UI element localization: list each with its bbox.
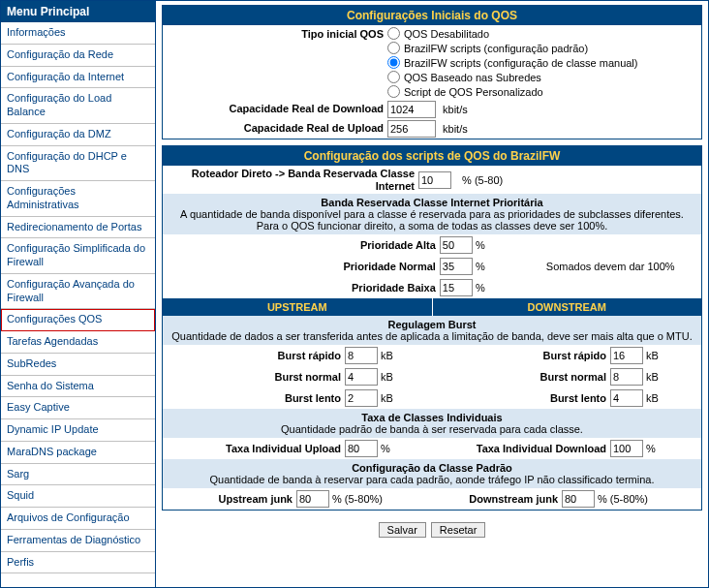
kb: kB [381, 350, 393, 361]
pri-normal-label: Prioridade Normal [167, 261, 440, 272]
up-junk-suffix: % (5-80%) [332, 493, 383, 505]
qos-type-option-label: BrazilFW scripts (configuração de classe… [404, 57, 637, 69]
burst-normal-down-label: Burst normal [432, 371, 610, 383]
qos-type-option-label: BrazilFW scripts (configuração padrão) [404, 43, 588, 54]
default-section: Configuração da Classe Padrão Quantidade… [163, 459, 701, 488]
default-title: Configuração da Classe Padrão [352, 462, 512, 474]
burst-desc: Quantidade de dados a ser transferida an… [169, 330, 695, 342]
sidebar-item[interactable]: Redirecionamento de Portas [1, 217, 155, 239]
qos-type-radio[interactable] [387, 42, 400, 54]
burst-normal-up-label: Burst normal [167, 371, 345, 383]
indiv-up-label: Taxa Individual Upload [167, 443, 345, 454]
download-input[interactable] [387, 101, 436, 118]
sidebar-item[interactable]: Configuração do DHCP e DNS [1, 146, 155, 182]
panel-initial-qos: Configurações Iniciais do QOS Tipo inici… [162, 5, 702, 139]
burst-title: Regulagem Burst [387, 319, 476, 330]
down-junk-suffix: % (5-80%) [598, 493, 648, 505]
reserved-desc: A quantidade de banda disponível para a … [169, 208, 695, 232]
sidebar-item[interactable]: Configuração da Internet [1, 67, 155, 89]
down-junk-label: Downstream junk [432, 493, 562, 505]
sidebar-item[interactable]: Configuração da DMZ [1, 124, 155, 146]
qos-type-option-label: QOS Baseado nas Subredes [404, 72, 541, 83]
pct: % [476, 261, 485, 272]
pri-low-input[interactable] [440, 279, 473, 296]
pri-low-label: Prioridade Baixa [167, 282, 440, 294]
kb: kB [646, 350, 659, 361]
stream-header: UPSTREAM DOWNSTREAM [163, 298, 701, 316]
panel-initial-qos-title: Configurações Iniciais do QOS [163, 6, 701, 25]
burst-fast-down-label: Burst rápido [432, 350, 610, 361]
qos-type-radio[interactable] [387, 56, 400, 69]
sidebar-item[interactable]: Configurações QOS [1, 309, 155, 331]
sidebar: Menu Principal InformaçõesConfiguração d… [1, 1, 156, 587]
sidebar-item[interactable]: Configurações Administrativas [1, 181, 155, 217]
sum-note: Somados devem dar 100% [527, 261, 697, 272]
qos-type-option-label: Script de QOS Personalizado [404, 86, 543, 98]
burst-slow-down-label: Burst lento [432, 392, 610, 404]
pri-high-input[interactable] [440, 236, 473, 254]
sidebar-item[interactable]: Sarg [1, 464, 155, 486]
down-junk-input[interactable] [562, 490, 595, 508]
reset-button[interactable]: Resetar [431, 522, 486, 538]
qos-type-radio[interactable] [387, 27, 400, 40]
burst-normal-up-input[interactable] [345, 368, 378, 386]
burst-slow-down-input[interactable] [610, 389, 643, 407]
pct: % [476, 239, 485, 251]
reserved-title: Banda Reservada Classe Internet Prioritá… [321, 197, 542, 208]
sidebar-item[interactable]: Senha do Sistema [1, 376, 155, 398]
downstream-header: DOWNSTREAM [433, 298, 702, 316]
router-reserve-input[interactable] [418, 171, 451, 189]
sidebar-item[interactable]: Configuração Avançada do Firewall [1, 274, 155, 310]
router-reserve-label: Roteador Direto -> Banda Reservada Class… [167, 168, 418, 192]
sidebar-item[interactable]: Ferramentas de Diagnóstico [1, 530, 155, 552]
upload-unit: kbit/s [443, 123, 468, 135]
download-unit: kbit/s [443, 104, 468, 115]
up-junk-label: Upstream junk [167, 493, 296, 505]
burst-slow-up-input[interactable] [345, 389, 378, 407]
sidebar-item[interactable]: SubRedes [1, 354, 155, 376]
upload-label: Capacidade Real de Upload [167, 120, 387, 134]
burst-slow-up-label: Burst lento [167, 392, 345, 404]
sidebar-item[interactable]: Dynamic IP Update [1, 419, 155, 442]
router-reserve-suffix: % (5-80) [454, 174, 503, 186]
main-content: Configurações Iniciais do QOS Tipo inici… [156, 1, 708, 587]
panel-scripts: Configuração dos scripts de QOS do Brazi… [162, 145, 702, 511]
pct: % [646, 443, 656, 454]
sidebar-item[interactable]: Configuração Simplificada do Firewall [1, 238, 155, 274]
burst-fast-down-input[interactable] [610, 347, 643, 364]
sidebar-item[interactable]: Perfis [1, 552, 155, 574]
pct: % [476, 282, 485, 294]
pri-high-label: Prioridade Alta [167, 239, 440, 251]
sidebar-title: Menu Principal [1, 1, 155, 22]
kb: kB [381, 392, 393, 404]
sidebar-item[interactable]: Arquivos de Configuração [1, 508, 155, 530]
upstream-header: UPSTREAM [163, 298, 433, 316]
download-label: Capacidade Real de Download [167, 101, 387, 114]
sidebar-item[interactable]: Squid [1, 485, 155, 508]
up-junk-input[interactable] [296, 490, 329, 508]
save-button[interactable]: Salvar [379, 522, 426, 538]
upload-input[interactable] [387, 120, 436, 138]
sidebar-item[interactable]: Informações [1, 22, 155, 45]
pct: % [381, 443, 390, 454]
initial-type-label: Tipo inicial QOS [167, 26, 387, 40]
qos-type-radio[interactable] [387, 85, 400, 98]
kb: kB [381, 371, 393, 383]
burst-fast-up-label: Burst rápido [167, 350, 345, 361]
pri-normal-input[interactable] [440, 258, 473, 275]
sidebar-item[interactable]: MaraDNS package [1, 442, 155, 464]
button-row: Salvar Resetar [162, 516, 702, 540]
default-desc: Quantidade de banda à reservar para cada… [169, 474, 695, 485]
qos-type-option-label: QOS Desabilitado [404, 28, 489, 40]
indiv-desc: Quantidade padrão de banda à ser reserva… [169, 423, 695, 435]
sidebar-item[interactable]: Configuração do Load Balance [1, 88, 155, 124]
burst-fast-up-input[interactable] [345, 347, 378, 364]
sidebar-item[interactable]: Easy Captive [1, 397, 155, 419]
indiv-down-input[interactable] [610, 440, 643, 457]
sidebar-item[interactable]: Configuração da Rede [1, 45, 155, 67]
qos-type-radio[interactable] [387, 71, 400, 83]
burst-normal-down-input[interactable] [610, 368, 643, 386]
indiv-up-input[interactable] [345, 440, 378, 457]
reserved-section: Banda Reservada Classe Internet Prioritá… [163, 194, 701, 234]
sidebar-item[interactable]: Tarefas Agendadas [1, 331, 155, 354]
